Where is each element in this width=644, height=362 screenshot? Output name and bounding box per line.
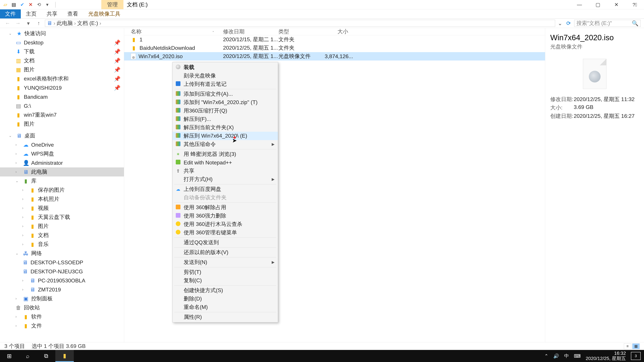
tree-item-music-lib[interactable]: ›▮音乐 [0, 240, 124, 249]
search-input[interactable]: 搜索"文档 (E:)" 🔍 [574, 20, 641, 27]
ctx-delete[interactable]: 删除(D) [172, 295, 278, 303]
col-date[interactable]: 修改日期 [223, 28, 278, 35]
tree-item-savedpics[interactable]: ›▮保存的图片 [0, 186, 124, 195]
tree-desktop-root[interactable]: ⌄ 🖥 桌面 [0, 131, 124, 140]
tree-item-admin[interactable]: ›👤Administrator [0, 158, 124, 167]
ribbon-tab-disc-tools[interactable]: 光盘映像工具 [83, 9, 126, 18]
tree-item-net1[interactable]: 🖥DESKTOP-LSSOEDP [0, 258, 124, 267]
tree-item-libraries[interactable]: ⌄▮库 [0, 176, 124, 186]
tree-item-net4[interactable]: ›🖥ZMT2019 [0, 285, 124, 294]
ctx-edit-notepadpp[interactable]: Edit with Notepad++ [172, 158, 278, 167]
col-type[interactable]: 类型 [278, 28, 325, 35]
file-row-selected[interactable]: Win7x64_2020.iso 2020/12/25, 星期五 1... 光盘… [124, 52, 545, 60]
tray-overflow-icon[interactable]: ⌃ [544, 353, 548, 359]
action-center-button[interactable] [631, 352, 641, 360]
col-name[interactable]: 名称⌃ [124, 28, 223, 35]
tray-ime-mode-icon[interactable]: ⌨ [574, 353, 580, 359]
tree-item-g-drive[interactable]: ▤G:\ [0, 101, 124, 110]
ctx-share[interactable]: ⇪共享 [172, 167, 278, 175]
tree-item-onedrive[interactable]: ›☁OneDrive [0, 140, 124, 149]
tree-item-tianyi[interactable]: ›▮天翼云盘下载 [0, 213, 124, 222]
ctx-other-zip[interactable]: 其他压缩命令▶ [172, 140, 278, 148]
nav-tree[interactable]: ⌄ ★ 快速访问 ▭Desktop📌 ⬇下载📌 ▥文档📌 ▦图片📌 ▮excel… [0, 28, 124, 342]
ribbon-tab-file[interactable]: 文件 [0, 9, 21, 18]
ctx-mount[interactable]: 装载 [172, 63, 278, 71]
tree-item-net3[interactable]: ›🖥PC-20190530OBLA [0, 276, 124, 285]
minimize-button[interactable]: ― [570, 0, 589, 9]
ctx-add-named-zip[interactable]: 添加到 "Win7x64_2020.zip" (T) [172, 98, 278, 107]
tree-item-net2[interactable]: 🖥DESKTOP-NJEU3CG [0, 267, 124, 276]
tree-item-wps[interactable]: ›☁WPS网盘 [0, 149, 124, 158]
tree-item-yunqishi[interactable]: ▮YUNQISHI2019📌 [0, 83, 124, 92]
tree-item-software[interactable]: ›▮软件 [0, 312, 124, 321]
tree-item-excel[interactable]: ▮excel表格制作求和📌 [0, 74, 124, 83]
close-button[interactable]: ✕ [607, 0, 626, 9]
tree-item-desktop[interactable]: ▭Desktop📌 [0, 38, 124, 47]
tree-item-docs-lib[interactable]: ›▮文档 [0, 231, 124, 240]
col-size[interactable]: 大小 [325, 28, 352, 35]
tray-volume-icon[interactable]: 🔊 [553, 353, 559, 359]
ribbon-tab-view[interactable]: 查看 [62, 9, 83, 18]
ctx-cut[interactable]: 剪切(T) [172, 268, 278, 276]
tree-item-network[interactable]: ⌄🖧网络 [0, 249, 124, 258]
ctx-extract-here[interactable]: 解压到当前文件夹(X) [172, 123, 278, 132]
qat-undo-icon[interactable]: ⟲ [35, 1, 42, 8]
file-row[interactable]: ▮BaiduNetdiskDownload 2020/12/25, 星期五 1.… [124, 44, 545, 52]
tree-item-thispc[interactable]: ›🖥此电脑 [0, 167, 124, 176]
tray-ime-icon[interactable]: 中 [564, 353, 569, 359]
tree-item-pics-lib[interactable]: ›▮图片 [0, 222, 124, 231]
tree-item-videos[interactable]: ›▮视频 [0, 204, 124, 213]
tree-item-control-panel[interactable]: ›▣控制面板 [0, 294, 124, 303]
ctx-copy[interactable]: 复制(C) [172, 276, 278, 285]
taskbar[interactable]: ⊞ ⌕ ⧉ ▮ ⌃ 🔊 中 ⌨ 16:32 2020/12/25, 星期五 [0, 350, 644, 362]
ctx-360-manage-menu[interactable]: 使用 360管理右键菜单 [172, 228, 278, 237]
nav-forward-button[interactable]: → [14, 20, 22, 26]
ctx-extract-named[interactable]: 解压到 Win7x64_2020\ (E) [172, 132, 278, 140]
refresh-button[interactable]: ⟳ [565, 20, 572, 26]
ctx-open-360zip[interactable]: 用360压缩打开(Q) [172, 107, 278, 115]
ctx-360-trojan-scan[interactable]: 使用 360进行木马云查杀 [172, 220, 278, 228]
ctx-rename[interactable]: 重命名(M) [172, 303, 278, 311]
tree-item-win7repair[interactable]: ▮win7重装win7 [0, 110, 124, 119]
tray-clock[interactable]: 16:32 2020/12/25, 星期五 [586, 351, 626, 361]
tree-quick-access[interactable]: ⌄ ★ 快速访问 [0, 29, 124, 38]
taskbar-search-button[interactable]: ⌕ [18, 350, 37, 362]
ctx-create-shortcut[interactable]: 创建快捷方式(S) [172, 286, 278, 295]
tree-item-downloads[interactable]: ⬇下载📌 [0, 47, 124, 56]
nav-recent-dropdown[interactable]: ▾ [24, 20, 32, 26]
qat-check-icon[interactable]: ✔ [18, 1, 26, 8]
tree-item-bandicam[interactable]: ▮Bandicam [0, 92, 124, 101]
ctx-restore-previous[interactable]: 还原以前的版本(V) [172, 248, 278, 257]
ctx-fengmi-browse[interactable]: ✶用 蜂蜜浏览器 浏览(3) [172, 150, 278, 158]
tree-item-recycle[interactable]: 🗑回收站 [0, 303, 124, 312]
nav-up-button[interactable]: ↑ [34, 20, 43, 26]
taskbar-explorer-button[interactable]: ▮ [55, 350, 74, 362]
ribbon-tab-home[interactable]: 主页 [21, 9, 42, 18]
breadcrumb[interactable]: 🖥 › 此电脑 › 文档 (E:) › [45, 20, 555, 27]
ctx-360-force-delete[interactable]: 使用 360强力删除 [172, 212, 278, 220]
ctx-360-unlock[interactable]: 使用 360解除占用 [172, 203, 278, 212]
context-menu[interactable]: 装载 刻录光盘映像 上传到有道云笔记 添加到压缩文件(A)... 添加到 "Wi… [172, 62, 278, 323]
tree-item-localpics[interactable]: ›▮本机照片 [0, 195, 124, 204]
ctx-properties[interactable]: 属性(R) [172, 313, 278, 321]
crumb-root[interactable]: 此电脑 [57, 19, 73, 27]
ctx-open-with[interactable]: 打开方式(H)▶ [172, 175, 278, 184]
ctx-add-archive[interactable]: 添加到压缩文件(A)... [172, 90, 278, 98]
tree-item-pictures2[interactable]: ▮图片 [0, 119, 124, 129]
ctx-burn[interactable]: 刻录光盘映像 [172, 71, 278, 80]
ctx-extract-to[interactable]: 解压到(F)... [172, 115, 278, 123]
nav-back-button[interactable]: ← [3, 20, 12, 26]
start-button[interactable]: ⊞ [0, 350, 18, 362]
ctx-youdao-upload[interactable]: 上传到有道云笔记 [172, 80, 278, 88]
address-dropdown[interactable]: ⌄ [557, 20, 563, 26]
tree-item-files[interactable]: ›▮文件 [0, 321, 124, 330]
tree-item-pictures[interactable]: ▦图片📌 [0, 65, 124, 74]
ctx-baidu-upload[interactable]: ☁上传到百度网盘 [172, 185, 278, 193]
file-row[interactable]: ▮1 2020/12/15, 星期二 1... 文件夹 [124, 35, 545, 44]
qat-properties-icon[interactable]: ▤ [10, 1, 18, 8]
help-button[interactable]: ?⃝ [626, 0, 644, 9]
task-view-button[interactable]: ⧉ [37, 350, 55, 362]
qat-dropdown-icon[interactable]: ▾ [44, 1, 51, 8]
view-details-button[interactable]: ≡ [624, 344, 631, 349]
view-large-icons-button[interactable]: ▦ [632, 344, 640, 349]
